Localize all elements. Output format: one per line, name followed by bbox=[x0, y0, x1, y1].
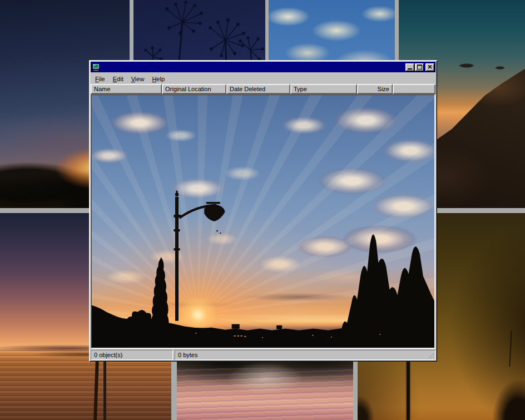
close-button[interactable] bbox=[425, 63, 434, 71]
grass-stalk bbox=[509, 331, 512, 367]
column-header-size[interactable]: Size bbox=[357, 84, 393, 94]
status-object-count: 0 object(s) bbox=[91, 350, 173, 360]
menu-edit[interactable]: Edit bbox=[109, 74, 127, 83]
menu-view[interactable]: View bbox=[127, 74, 148, 83]
column-header-blank[interactable] bbox=[393, 84, 435, 94]
listview-area[interactable] bbox=[91, 94, 435, 349]
bush-silhouette-left bbox=[123, 310, 156, 348]
column-header-type[interactable]: Type bbox=[290, 84, 357, 94]
maximize-button[interactable] bbox=[415, 63, 424, 71]
sunset-lamp-photo bbox=[92, 95, 434, 348]
recycle-bin-window: File Edit View Help Name Original Locati… bbox=[89, 60, 437, 362]
computer-icon bbox=[92, 63, 101, 72]
maximize-icon bbox=[417, 65, 422, 70]
column-header-original-location[interactable]: Original Location bbox=[162, 84, 226, 94]
column-header-name[interactable]: Name bbox=[91, 84, 162, 94]
column-headers: Name Original Location Date Deleted Type… bbox=[91, 84, 435, 94]
water-ripples bbox=[177, 368, 353, 420]
menu-file[interactable]: File bbox=[91, 74, 109, 83]
status-byte-count: 0 bytes bbox=[175, 350, 435, 360]
street-lamp-silhouette bbox=[174, 191, 225, 321]
wooden-pole bbox=[103, 355, 106, 420]
window-titlebar[interactable] bbox=[91, 62, 435, 72]
desktop: File Edit View Help Name Original Locati… bbox=[0, 0, 525, 420]
close-icon bbox=[428, 65, 432, 69]
resize-grip[interactable] bbox=[427, 352, 434, 359]
silhouette-layer bbox=[92, 95, 434, 348]
minimize-icon bbox=[408, 68, 412, 70]
tree-silhouette-right bbox=[337, 234, 434, 348]
minimize-button[interactable] bbox=[405, 63, 414, 71]
menu-bar: File Edit View Help bbox=[91, 73, 435, 84]
status-bar: 0 object(s) 0 bytes bbox=[91, 349, 435, 360]
menu-help[interactable]: Help bbox=[148, 74, 169, 83]
resize-grip-icon bbox=[427, 352, 434, 359]
column-header-date-deleted[interactable]: Date Deleted bbox=[226, 84, 290, 94]
